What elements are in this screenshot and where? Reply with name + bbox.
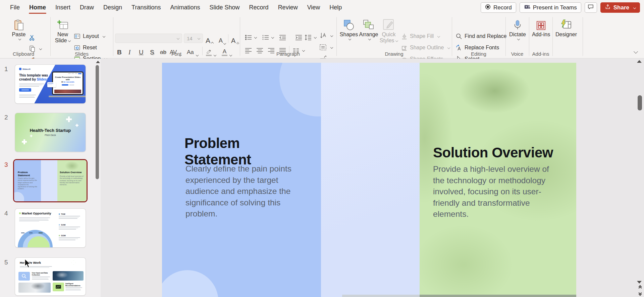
slide-4-legend-sam: SAM — [59, 224, 80, 230]
next-slide-button[interactable] — [639, 292, 641, 295]
dictate-chevron-icon — [517, 38, 520, 40]
placeholder-bullet-lines — [19, 94, 37, 98]
shrink-font-button[interactable]: A — [219, 34, 226, 44]
menu-file[interactable]: File — [5, 0, 24, 15]
layout-icon — [74, 33, 80, 40]
magnifier-icon — [21, 274, 27, 279]
menu-bar: File Home Insert Draw Design Transitions… — [0, 0, 644, 15]
problem-body-textbox[interactable]: Clearly define the pain points experienc… — [185, 163, 302, 219]
add-ins-button[interactable]: Add-ins — [531, 17, 551, 38]
clear-formatting-button[interactable]: A — [231, 34, 239, 44]
solution-body-textbox[interactable]: Provide a high-level overview of the tec… — [433, 163, 560, 220]
increase-indent-button[interactable] — [295, 33, 302, 42]
slide-1-cta-button — [19, 88, 31, 92]
bullets-button[interactable] — [245, 33, 257, 42]
menu-home[interactable]: Home — [24, 0, 51, 15]
slide-4-tam-sam-som-chart — [18, 228, 58, 247]
slide-5-chart-tile — [53, 283, 64, 291]
layout-button[interactable]: Layout — [74, 32, 105, 41]
increase-indent-icon — [295, 34, 302, 41]
canvas-scrollbar-thumb[interactable] — [638, 95, 642, 110]
slide-5-photo-1 — [53, 271, 84, 281]
replace-fonts-icon — [455, 44, 462, 51]
canvas-scroll-down-button[interactable] — [637, 281, 642, 284]
slide-2-thumbnail[interactable]: Health-Tech Startup Pitch Deck — [15, 113, 86, 152]
font-size-combobox[interactable]: 14 — [184, 34, 203, 43]
find-and-replace-button[interactable]: Find and Replace — [455, 32, 506, 41]
arrange-button[interactable]: Arrange — [359, 17, 378, 40]
canvas-scroll-up-button[interactable] — [637, 60, 642, 63]
dictate-button[interactable]: Dictate — [508, 17, 527, 40]
paste-button[interactable]: Paste — [9, 17, 29, 40]
font-size-value: 14 — [187, 36, 196, 41]
plus-shape — [66, 116, 72, 122]
cut-button[interactable] — [29, 33, 36, 42]
current-slide[interactable]: Problem Statement Clearly define the pai… — [162, 63, 576, 297]
quick-styles-button[interactable]: Quick Styles — [379, 17, 398, 44]
find-and-replace-label: Find and Replace — [465, 33, 506, 39]
slide-middle-panel — [321, 63, 420, 297]
menu-insert[interactable]: Insert — [51, 0, 75, 15]
shapes-button[interactable]: Shapes — [339, 17, 358, 40]
grow-font-button[interactable]: A — [206, 34, 213, 44]
ribbon-separator — [50, 17, 51, 56]
quick-styles-icon — [382, 17, 395, 31]
decrease-indent-button[interactable] — [279, 33, 286, 42]
comment-icon — [587, 3, 594, 12]
font-group-label: Font — [113, 51, 240, 57]
record-button[interactable]: Record — [481, 2, 516, 13]
shape-outline-label: Shape Outline — [410, 45, 444, 51]
numbering-button[interactable] — [262, 33, 274, 42]
record-icon — [485, 4, 491, 11]
slide-3-thumbnail-selected[interactable]: Problem Statement Clearly define the pai… — [13, 159, 88, 202]
slide-1-thumbnail[interactable]: SlidesAI This template was created by Sl… — [15, 65, 86, 103]
slide-1-badge — [47, 82, 56, 87]
font-divider — [228, 34, 228, 43]
share-button[interactable]: Share — [600, 2, 640, 13]
bullet-square — [19, 212, 21, 214]
thumbnail-scroll-up-button[interactable] — [96, 61, 100, 63]
menu-review[interactable]: Review — [273, 0, 303, 15]
font-name-combobox[interactable] — [115, 34, 182, 43]
text-direction-button[interactable] — [319, 31, 333, 40]
content-area: 1 2 3 4 5 SlidesAI This template was cre… — [0, 59, 644, 297]
slide-2-number: 2 — [4, 114, 8, 121]
menu-help[interactable]: Help — [325, 0, 346, 15]
line-spacing-button[interactable] — [305, 33, 316, 42]
paragraph-group-label: Paragraph — [240, 51, 336, 57]
top-chrome: File Home Insert Draw Design Transitions… — [0, 0, 644, 58]
slide-2-subtitle: Pitch Deck — [15, 134, 86, 136]
layout-chevron-icon — [103, 35, 105, 38]
menu-animations[interactable]: Animations — [165, 0, 205, 15]
ribbon-separator — [529, 17, 529, 56]
new-slide-icon — [57, 17, 69, 31]
solution-title-textbox[interactable]: Solution Overview — [433, 144, 553, 161]
slide-canvas: Problem Statement Clearly define the pai… — [101, 59, 644, 297]
slide-4-title: Market Opportunity — [22, 211, 51, 215]
shape-fill-button[interactable]: Shape Fill — [401, 32, 440, 41]
menu-view[interactable]: View — [303, 0, 325, 15]
arrange-label: Arrange — [359, 32, 378, 38]
present-in-teams-button[interactable]: Present in Teams — [520, 2, 581, 13]
previous-slide-button[interactable] — [639, 286, 641, 289]
designer-button[interactable]: Designer — [553, 17, 579, 38]
menu-record[interactable]: Record — [245, 0, 273, 15]
menu-slideshow[interactable]: Slide Show — [205, 0, 245, 15]
slide-1-heading: This template was created by SlidesAI — [19, 73, 50, 82]
menu-transitions[interactable]: Transitions — [127, 0, 165, 15]
thumbnail-scrollbar-thumb[interactable] — [96, 65, 99, 179]
ribbon-separator — [583, 17, 583, 56]
align-text-button[interactable] — [319, 43, 333, 52]
collapse-ribbon-button[interactable] — [633, 49, 637, 55]
placeholder-text-lines — [19, 83, 44, 87]
new-slide-button[interactable]: New Slide — [53, 17, 72, 44]
numbering-icon — [262, 34, 269, 41]
comments-button[interactable] — [585, 2, 597, 13]
ribbon-separator — [552, 17, 553, 56]
slide-1-logo: SlidesAI — [19, 68, 31, 70]
slide-4-thumbnail[interactable]: Market Opportunity TAM — [15, 209, 86, 247]
menu-draw[interactable]: Draw — [75, 0, 99, 15]
designer-icon — [560, 17, 572, 31]
menu-design[interactable]: Design — [99, 0, 127, 15]
plus-shape — [71, 260, 76, 265]
